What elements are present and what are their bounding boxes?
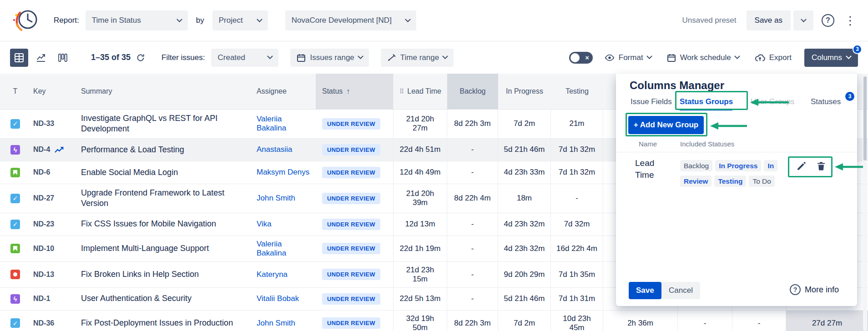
table-row[interactable]: ND-36 Fix Post-Deployment Issues in Prod… xyxy=(0,311,868,331)
more-info-link[interactable]: ? More info xyxy=(787,284,842,296)
lead-time-cell: 22d 4h 51m xyxy=(393,139,447,161)
col-header-backlog[interactable]: Backlog xyxy=(447,74,498,109)
drag-handle-icon[interactable]: ⠿ xyxy=(399,88,404,95)
issues-range-button[interactable]: Issues range xyxy=(290,49,368,67)
panel-cancel-button[interactable]: Cancel xyxy=(661,282,700,299)
assignee-link[interactable]: Vika xyxy=(252,213,316,236)
format-label: Format xyxy=(619,53,643,62)
scrollbar-thumb[interactable] xyxy=(863,76,867,160)
issue-key-link[interactable]: ND-27 xyxy=(33,194,54,202)
view-chart-button[interactable] xyxy=(32,49,50,67)
assignee-link[interactable]: Valeriia Bakalina xyxy=(252,236,316,261)
save-as-button[interactable]: Save as xyxy=(747,10,791,30)
testing-cell: 7d 1h 31m xyxy=(551,288,603,310)
tab-status-groups[interactable]: Status Groups xyxy=(680,97,733,106)
lead-time-cell: 12d 4h 49m xyxy=(393,161,447,184)
visibility-toggle[interactable]: × xyxy=(569,52,593,64)
col-header-testing[interactable]: Testing xyxy=(551,74,603,109)
col-header-status[interactable]: Status ↑ xyxy=(316,74,393,109)
backlog-cell: - xyxy=(447,139,498,161)
tab-user-groups[interactable]: User Groups xyxy=(751,97,794,106)
issue-key-link[interactable]: ND-10 xyxy=(33,245,54,253)
col-header-key[interactable]: Key xyxy=(30,74,79,109)
col-header-lead-time[interactable]: ⠿ Lead Time xyxy=(393,74,447,109)
chart-view-icon xyxy=(36,53,46,62)
col-header-type[interactable]: T xyxy=(0,74,30,109)
sort-ascending-icon: ↑ xyxy=(346,87,350,95)
divider xyxy=(616,152,857,152)
backlog-cell: - xyxy=(447,161,498,184)
time-range-button[interactable]: Time range xyxy=(381,49,454,67)
issue-key-link[interactable]: ND-4 xyxy=(33,145,50,154)
project-value: NovaCore Development [ND] xyxy=(292,16,392,25)
issues-range-icon xyxy=(297,53,306,62)
row-chart-icon[interactable] xyxy=(54,146,64,153)
chevron-down-icon xyxy=(646,53,652,59)
status-badge: UNDER REVIEW xyxy=(322,167,380,178)
chevron-down-icon xyxy=(257,16,262,22)
col-header-assignee[interactable]: Assignee xyxy=(252,74,316,109)
issue-summary[interactable]: Upgrade Frontend Framework to Latest Ver… xyxy=(79,184,252,213)
delete-group-button[interactable] xyxy=(814,159,828,173)
group-by-select[interactable]: Project xyxy=(212,10,268,30)
issue-summary[interactable]: Fix CSS Issues for Mobile Navigation xyxy=(79,213,252,236)
backlog-cell: - xyxy=(447,236,498,261)
lead-time-cell: 32d 19h 50m xyxy=(393,311,447,331)
backlog-cell: 8d 22h 4m xyxy=(447,184,498,213)
table-view-icon xyxy=(15,53,24,62)
col-header-in-progress[interactable]: In Progress xyxy=(498,74,551,109)
issue-key-link[interactable]: ND-36 xyxy=(33,319,54,327)
assignee-link[interactable]: Anastasiia xyxy=(252,139,316,161)
issue-key-link[interactable]: ND-23 xyxy=(33,220,54,228)
refresh-button[interactable] xyxy=(133,53,148,63)
view-table-button[interactable] xyxy=(10,49,28,67)
issue-type-icon xyxy=(10,119,20,129)
issue-summary[interactable]: Enable Social Media Login xyxy=(79,161,252,184)
filter-select[interactable]: Created xyxy=(211,49,278,67)
chevron-down-icon xyxy=(801,16,807,22)
report-type-select[interactable]: Time in Status xyxy=(86,10,188,30)
tab-statuses[interactable]: Statuses xyxy=(811,97,841,106)
testing-cell: 10d 23h 45m xyxy=(551,311,603,331)
in-progress-cell: 7d 2m xyxy=(498,110,551,138)
issue-type-icon xyxy=(10,168,20,177)
issue-summary[interactable]: Investigate GraphQL vs REST for API Deve… xyxy=(79,110,252,138)
edit-group-button[interactable] xyxy=(794,159,808,173)
col-header-summary[interactable]: Summary xyxy=(79,74,252,109)
format-button[interactable]: Format xyxy=(601,49,655,67)
issue-summary[interactable]: User Authentication & Security xyxy=(79,288,252,310)
save-as-dropdown-button[interactable] xyxy=(793,10,813,30)
lead-time-cell: 22d 5h 13m xyxy=(393,288,447,310)
overflow-menu-button[interactable]: ⋮ xyxy=(843,10,858,30)
project-select[interactable]: NovaCore Development [ND] xyxy=(285,10,416,30)
issue-summary[interactable]: Fix Post-Deployment Issues in Production xyxy=(79,311,252,331)
assignee-link[interactable]: Vitalii Bobak xyxy=(252,288,316,310)
assignee-link[interactable]: John Smith xyxy=(252,184,316,213)
issue-summary[interactable]: Performance & Load Testing xyxy=(79,139,252,161)
panel-save-button[interactable]: Save xyxy=(629,282,661,299)
work-schedule-button[interactable]: Work schedule xyxy=(663,49,743,67)
columns-button[interactable]: Columns 3 xyxy=(804,49,858,67)
issue-summary[interactable]: Implement Multi-Language Support xyxy=(79,236,252,261)
assignee-link[interactable]: Maksym Denys xyxy=(252,161,316,184)
assignee-link[interactable]: Valeriia Bakalina xyxy=(252,110,316,138)
status-badge: UNDER REVIEW xyxy=(322,144,380,155)
columns-manager-panel: Columns Manager Issue Fields Status Grou… xyxy=(616,74,857,306)
status-chip: Testing xyxy=(714,176,746,187)
assignee-link[interactable]: John Smith xyxy=(252,311,316,331)
export-button[interactable]: Export xyxy=(751,49,795,67)
view-board-button[interactable] xyxy=(54,49,72,67)
issue-key-link[interactable]: ND-33 xyxy=(33,120,54,128)
tab-issue-fields[interactable]: Issue Fields xyxy=(631,97,672,106)
issue-key-link[interactable]: ND-1 xyxy=(33,295,50,303)
assignee-link[interactable]: Kateryna xyxy=(252,262,316,287)
add-new-group-button[interactable]: + Add New Group xyxy=(628,116,704,134)
issue-key-link[interactable]: ND-6 xyxy=(33,168,50,176)
issue-key-link[interactable]: ND-13 xyxy=(33,271,54,279)
help-button[interactable]: ? xyxy=(820,10,836,30)
chevron-down-icon xyxy=(177,16,182,22)
toolbar: 1–35 of 35 Filter issues: Created Issues… xyxy=(0,41,868,74)
vertical-scrollbar[interactable] xyxy=(863,74,867,331)
issue-summary[interactable]: Fix Broken Links in Help Section xyxy=(79,262,252,287)
status-badge: UNDER REVIEW xyxy=(322,219,380,230)
